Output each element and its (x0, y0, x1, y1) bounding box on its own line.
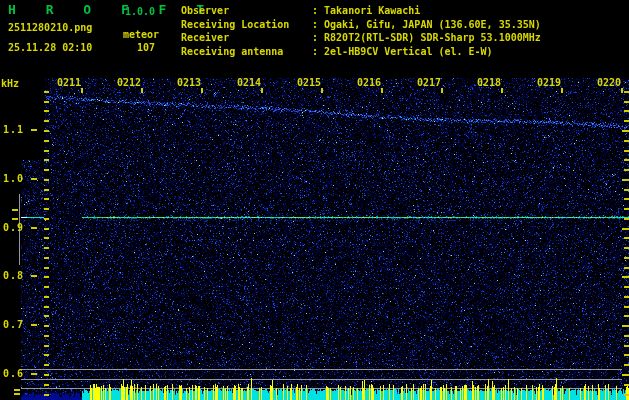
freq-minor-tick-left (44, 296, 49, 298)
time-tick-mark (261, 88, 263, 93)
frequency-unit-label: kHz (1, 79, 19, 89)
freq-tick-label: 0.9 (3, 223, 24, 233)
time-tick-mark (561, 88, 563, 93)
freq-major-tick-right (622, 179, 629, 181)
time-tick-mark (81, 88, 83, 93)
time-tick-label: 0218 (477, 78, 501, 88)
app-version: 1.0.0 (125, 6, 155, 17)
freq-minor-tick-left (44, 374, 49, 376)
freq-tick-label: 1.0 (3, 174, 24, 184)
freq-minor-tick-right (624, 140, 629, 142)
freq-minor-tick-left (44, 198, 49, 200)
freq-tick-label: 1.1 (3, 125, 24, 135)
freq-minor-tick-right (624, 169, 629, 171)
freq-minor-tick-left (44, 179, 49, 181)
freq-minor-tick-left (44, 91, 49, 93)
info-row: Observer: Takanori Kawachi (181, 4, 541, 18)
freq-minor-tick-left (44, 306, 49, 308)
freq-minor-tick-right (624, 354, 629, 356)
freq-minor-tick-right (624, 120, 629, 122)
freq-minor-tick-left (44, 267, 49, 269)
freq-minor-tick-right (624, 267, 629, 269)
freq-minor-tick-left (44, 150, 49, 152)
station-info-block: Observer: Takanori KawachiReceiving Loca… (181, 4, 541, 58)
freq-minor-tick-right (624, 110, 629, 112)
info-row: Receiving antenna: 2el-HB9CV Vertical (e… (181, 45, 541, 59)
freq-minor-tick-right (624, 345, 629, 347)
freq-minor-tick-right (624, 315, 629, 317)
hrofft-window: H R O F F T 1.0.0 2511280210.png meteor … (0, 0, 629, 400)
freq-minor-tick-right (624, 364, 629, 366)
freq-minor-tick-left (44, 394, 49, 396)
freq-minor-tick-left (44, 169, 49, 171)
freq-minor-tick-left (44, 110, 49, 112)
freq-major-tick (31, 178, 37, 180)
freq-minor-tick-left (44, 101, 49, 103)
freq-minor-tick-left (44, 247, 49, 249)
freq-minor-tick-left (44, 276, 49, 278)
time-tick-label: 0214 (237, 78, 261, 88)
freq-minor-tick-right (624, 257, 629, 259)
freq-minor-tick-right (624, 189, 629, 191)
freq-minor-tick-left (44, 257, 49, 259)
info-row-label: Receiving antenna (181, 45, 312, 59)
freq-minor-tick-left (44, 140, 49, 142)
freq-minor-tick-right (624, 159, 629, 161)
info-row-colon: : (312, 19, 324, 30)
info-row-value: R820T2(RTL-SDR) SDR-Sharp 53.1000MHz (324, 32, 541, 43)
freq-minor-tick-right (624, 286, 629, 288)
output-filename: 2511280210.png (8, 23, 92, 33)
freq-tick-label: 0.6 (3, 369, 24, 379)
meteor-count: 107 (137, 43, 155, 53)
info-row-colon: : (312, 5, 324, 16)
freq-minor-tick-right (624, 296, 629, 298)
freq-minor-tick-left (44, 189, 49, 191)
freq-tick-label: 0.7 (3, 320, 24, 330)
time-tick-mark (321, 88, 323, 93)
freq-major-tick (31, 227, 37, 229)
freq-minor-tick-right (624, 218, 629, 220)
info-row-label: Observer (181, 4, 312, 18)
freq-minor-tick-left (44, 315, 49, 317)
freq-minor-tick-left (44, 120, 49, 122)
info-row-label: Receiver (181, 31, 312, 45)
time-tick-label: 0220 (597, 78, 621, 88)
time-tick-mark (381, 88, 383, 93)
freq-minor-tick-left (44, 325, 49, 327)
freq-minor-tick-right (624, 208, 629, 210)
freq-minor-tick-left (44, 218, 49, 220)
freq-major-tick-right (622, 325, 629, 327)
freq-minor-tick-right (624, 394, 629, 396)
spectrogram-canvas (0, 0, 629, 400)
time-tick-label: 0217 (417, 78, 441, 88)
info-row-label: Receiving Location (181, 18, 312, 32)
time-tick-label: 0211 (57, 78, 81, 88)
freq-tick-label: 0.8 (3, 271, 24, 281)
info-row: Receiver: R820T2(RTL-SDR) SDR-Sharp 53.1… (181, 31, 541, 45)
time-tick-mark (141, 88, 143, 93)
time-tick-mark (201, 88, 203, 93)
freq-minor-tick-left (44, 130, 49, 132)
freq-major-tick-right (622, 228, 629, 230)
freq-minor-tick-right (624, 306, 629, 308)
freq-major-tick-right (622, 276, 629, 278)
freq-minor-tick-left (44, 335, 49, 337)
time-tick-label: 0216 (357, 78, 381, 88)
time-tick-label: 0215 (297, 78, 321, 88)
freq-minor-tick-right (624, 335, 629, 337)
freq-minor-tick-left (44, 345, 49, 347)
freq-major-tick-right (622, 374, 629, 376)
freq-major-tick (31, 129, 37, 131)
freq-minor-tick-left (44, 208, 49, 210)
freq-minor-tick-right (624, 91, 629, 93)
freq-minor-tick-left (44, 228, 49, 230)
mode-label: meteor (123, 30, 159, 40)
freq-major-tick-right (622, 130, 629, 132)
freq-minor-tick-left (44, 354, 49, 356)
time-tick-label: 0212 (117, 78, 141, 88)
info-row-colon: : (312, 46, 324, 57)
freq-minor-tick-left (44, 286, 49, 288)
time-tick-mark (441, 88, 443, 93)
info-row: Receiving Location: Ogaki, Gifu, JAPAN (… (181, 18, 541, 32)
freq-minor-tick-right (624, 247, 629, 249)
